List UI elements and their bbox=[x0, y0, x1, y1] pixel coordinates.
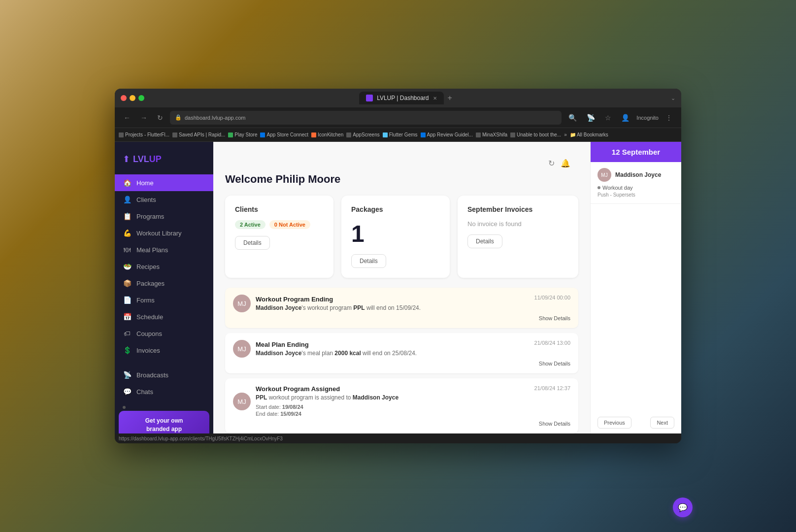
sidebar-item-clients[interactable]: 👤 Clients bbox=[115, 191, 213, 208]
packages-card-title: Packages bbox=[351, 205, 440, 213]
bookmark-icon[interactable]: ☆ bbox=[602, 112, 614, 124]
cal-user-name: Maddison Joyce bbox=[615, 171, 661, 178]
back-button[interactable]: ← bbox=[121, 112, 133, 124]
tab-close-button[interactable]: ✕ bbox=[433, 96, 437, 101]
bookmark-iconkitchen[interactable]: IconKitchen bbox=[311, 132, 343, 137]
tab-favicon bbox=[366, 95, 373, 101]
activity-title: Workout Program Ending bbox=[256, 296, 421, 303]
sidebar-item-invoices[interactable]: 💲 Invoices bbox=[115, 342, 213, 359]
bookmarks-bar: Projects - FlutterFl... Saved APIs | Rap… bbox=[115, 128, 681, 142]
bookmark-apis[interactable]: Saved APIs | Rapid... bbox=[172, 132, 225, 137]
no-invoice-text: No invoice is found bbox=[467, 220, 568, 228]
right-panel: 12 September MJ Maddison Joyce Workout d… bbox=[590, 142, 681, 433]
packages-icon: 📦 bbox=[123, 279, 132, 287]
forward-button[interactable]: → bbox=[137, 112, 150, 124]
sidebar-item-forms[interactable]: 📄 Forms bbox=[115, 292, 213, 308]
avatar: MJ bbox=[233, 340, 251, 358]
avatar: MJ bbox=[233, 295, 251, 312]
sidebar-item-packages[interactable]: 📦 Packages bbox=[115, 275, 213, 292]
show-details-button[interactable]: Show Details bbox=[233, 361, 570, 366]
status-bar: https://dashboard.lvlup-app.com/clients/… bbox=[115, 433, 681, 443]
schedule-icon: 📅 bbox=[123, 313, 132, 321]
clients-details-button[interactable]: Details bbox=[235, 236, 270, 250]
inactive-badge: 0 Not Active bbox=[269, 220, 310, 229]
address-bar[interactable]: 🔒 dashboard.lvlup-app.com bbox=[170, 111, 562, 125]
sidebar-item-broadcasts[interactable]: 📡 Broadcasts bbox=[115, 366, 213, 383]
packages-details-button[interactable]: Details bbox=[351, 254, 386, 268]
activity-timestamp: 11/09/24 00:00 bbox=[534, 295, 570, 300]
notification-icon[interactable]: 🔔 bbox=[561, 159, 570, 168]
incognito-label: Incognito bbox=[636, 115, 659, 121]
cal-sub: Push - Supersets bbox=[597, 192, 674, 198]
bookmark-flutter[interactable]: Projects - FlutterFl... bbox=[119, 132, 169, 137]
close-window-button[interactable] bbox=[121, 95, 127, 101]
cal-workout: Workout day bbox=[597, 185, 674, 191]
app-area: ⬆ LVLUP 🏠 Home 👤 Clients 📋 Programs 💪 Wo… bbox=[115, 142, 681, 433]
sidebar-item-chats[interactable]: 💬 Chats bbox=[115, 383, 213, 400]
previous-button[interactable]: Previous bbox=[597, 417, 631, 429]
sidebar-item-schedule[interactable]: 📅 Schedule bbox=[115, 308, 213, 325]
main-content: ↻ 🔔 Welcome Philip Moore Clients 2 Activ… bbox=[213, 142, 590, 433]
bookmark-more[interactable]: » bbox=[564, 132, 567, 137]
maximize-window-button[interactable] bbox=[138, 95, 144, 101]
bookmark-playstore[interactable]: Play Store bbox=[228, 132, 257, 137]
search-icon[interactable]: 🔍 bbox=[565, 112, 580, 124]
invoices-details-button[interactable]: Details bbox=[467, 234, 502, 248]
avatar: MJ bbox=[597, 168, 611, 182]
page-title: Welcome Philip Moore bbox=[225, 173, 578, 186]
invoices-card-title: September Invoices bbox=[467, 205, 568, 213]
url-text: dashboard.lvlup-app.com bbox=[185, 115, 246, 121]
sidebar-item-programs[interactable]: 📋 Programs bbox=[115, 208, 213, 225]
next-button[interactable]: Next bbox=[650, 417, 674, 429]
client-badges: 2 Active 0 Not Active bbox=[235, 220, 324, 229]
panel-nav: Previous Next bbox=[591, 412, 681, 433]
bookmark-mina[interactable]: MinaXShifa bbox=[476, 132, 507, 137]
minimize-window-button[interactable] bbox=[130, 95, 135, 101]
bookmark-all[interactable]: 📁 All Bookmarks bbox=[570, 132, 608, 137]
bookmark-appstore[interactable]: App Store Connect bbox=[260, 132, 308, 137]
invoices-icon: 💲 bbox=[123, 346, 132, 354]
branded-app-button[interactable]: Get your own branded app bbox=[119, 411, 209, 433]
show-details-button[interactable]: Show Details bbox=[233, 421, 570, 427]
activity-desc: Maddison Joyce's workout program PPL wil… bbox=[256, 304, 421, 311]
activity-title: Meal Plan Ending bbox=[256, 341, 417, 348]
sidebar-item-home[interactable]: 🏠 Home bbox=[115, 174, 213, 191]
activity-info: Workout Program Ending Maddison Joyce's … bbox=[256, 296, 421, 311]
calendar-item: MJ Maddison Joyce Workout day Push - Sup… bbox=[591, 162, 681, 204]
reload-button[interactable]: ↻ bbox=[154, 112, 166, 124]
clients-card-title: Clients bbox=[235, 205, 324, 213]
bookmark-flutter-gems[interactable]: Flutter Gems bbox=[383, 132, 418, 137]
new-tab-button[interactable]: + bbox=[444, 92, 456, 104]
clients-icon: 👤 bbox=[123, 196, 132, 203]
sidebar: ⬆ LVLUP 🏠 Home 👤 Clients 📋 Programs 💪 Wo… bbox=[115, 142, 213, 433]
bookmark-appscreens[interactable]: AppScreens bbox=[346, 132, 379, 137]
activity-desc: PPL workout program is assigned to Maddi… bbox=[256, 394, 398, 401]
app-logo: ⬆ LVLUP bbox=[115, 150, 213, 174]
logo-text: LVLUP bbox=[133, 154, 162, 165]
active-tab[interactable]: LVLUP | Dashboard ✕ bbox=[359, 92, 443, 104]
show-details-button[interactable]: Show Details bbox=[233, 315, 570, 321]
cal-user: MJ Maddison Joyce bbox=[597, 168, 674, 182]
menu-icon[interactable]: ⋮ bbox=[663, 112, 675, 124]
packages-count: 1 bbox=[351, 220, 440, 247]
activity-item: MJ Workout Program Ending Maddison Joyce… bbox=[225, 288, 578, 328]
sidebar-item-meal-plans[interactable]: 🍽 Meal Plans bbox=[115, 241, 213, 258]
cast-icon[interactable]: 📡 bbox=[584, 112, 598, 124]
avatar: MJ bbox=[233, 393, 251, 410]
profile-icon[interactable]: 👤 bbox=[618, 112, 632, 124]
recipes-icon: 🥗 bbox=[123, 263, 132, 270]
bookmark-unable[interactable]: Unable to boot the... bbox=[510, 132, 561, 137]
status-url: https://dashboard.lvlup-app.com/clients/… bbox=[119, 436, 283, 441]
sidebar-item-recipes[interactable]: 🥗 Recipes bbox=[115, 258, 213, 275]
packages-card: Packages 1 Details bbox=[341, 196, 450, 278]
sidebar-item-workout-library[interactable]: 💪 Workout Library bbox=[115, 225, 213, 241]
programs-icon: 📋 bbox=[123, 212, 132, 220]
activity-extra: Start date: 19/08/24 End date: 15/09/24 bbox=[256, 404, 398, 417]
lock-icon: 🔒 bbox=[175, 114, 182, 121]
traffic-lights bbox=[121, 95, 144, 101]
activity-timestamp: 21/08/24 12:37 bbox=[534, 385, 570, 391]
refresh-icon[interactable]: ↻ bbox=[548, 159, 555, 168]
workout-icon: 💪 bbox=[123, 229, 132, 237]
bookmark-review[interactable]: App Review Guidel... bbox=[421, 132, 473, 137]
sidebar-item-coupons[interactable]: 🏷 Coupons bbox=[115, 325, 213, 342]
